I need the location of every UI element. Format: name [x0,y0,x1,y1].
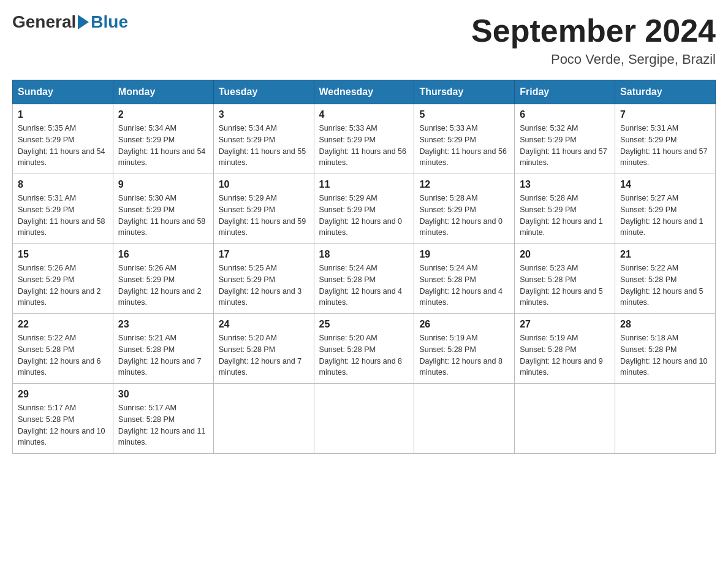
calendar-week-1: 1 Sunrise: 5:35 AMSunset: 5:29 PMDayligh… [13,104,716,174]
day-number: 2 [118,109,208,120]
col-thursday: Thursday [414,80,515,104]
table-row: 26 Sunrise: 5:19 AMSunset: 5:28 PMDaylig… [414,314,515,384]
month-title: September 2024 [471,12,716,49]
table-row: 14 Sunrise: 5:27 AMSunset: 5:29 PMDaylig… [615,174,716,244]
table-row: 25 Sunrise: 5:20 AMSunset: 5:28 PMDaylig… [314,314,414,384]
day-number: 15 [18,249,108,260]
day-number: 4 [319,109,409,120]
day-info: Sunrise: 5:25 AMSunset: 5:29 PMDaylight:… [219,262,309,308]
day-info: Sunrise: 5:28 AMSunset: 5:29 PMDaylight:… [419,193,509,239]
day-number: 16 [118,249,208,260]
day-number: 6 [520,109,610,120]
day-info: Sunrise: 5:22 AMSunset: 5:28 PMDaylight:… [620,262,710,308]
table-row: 30 Sunrise: 5:17 AMSunset: 5:28 PMDaylig… [113,384,213,454]
day-info: Sunrise: 5:17 AMSunset: 5:28 PMDaylight:… [118,402,208,448]
day-info: Sunrise: 5:17 AMSunset: 5:28 PMDaylight:… [18,402,108,448]
table-row: 23 Sunrise: 5:21 AMSunset: 5:28 PMDaylig… [113,314,213,384]
day-number: 18 [319,249,409,260]
day-number: 9 [118,179,208,190]
table-row: 12 Sunrise: 5:28 AMSunset: 5:29 PMDaylig… [414,174,515,244]
table-row: 7 Sunrise: 5:31 AMSunset: 5:29 PMDayligh… [615,104,716,174]
day-number: 3 [219,109,309,120]
table-row: 5 Sunrise: 5:33 AMSunset: 5:29 PMDayligh… [414,104,515,174]
table-row: 3 Sunrise: 5:34 AMSunset: 5:29 PMDayligh… [213,104,314,174]
day-number: 23 [118,319,208,330]
day-number: 8 [18,179,108,190]
day-info: Sunrise: 5:32 AMSunset: 5:29 PMDaylight:… [520,123,610,169]
table-row: 9 Sunrise: 5:30 AMSunset: 5:29 PMDayligh… [113,174,213,244]
table-row: 8 Sunrise: 5:31 AMSunset: 5:29 PMDayligh… [13,174,113,244]
day-info: Sunrise: 5:34 AMSunset: 5:29 PMDaylight:… [118,123,208,169]
day-info: Sunrise: 5:24 AMSunset: 5:28 PMDaylight:… [419,262,509,308]
col-wednesday: Wednesday [314,80,414,104]
day-info: Sunrise: 5:31 AMSunset: 5:29 PMDaylight:… [620,123,710,169]
day-number: 1 [18,109,108,120]
table-row [515,384,615,454]
day-number: 21 [620,249,710,260]
day-info: Sunrise: 5:28 AMSunset: 5:29 PMDaylight:… [520,193,610,239]
table-row [615,384,716,454]
logo: General Blue [12,12,128,32]
day-info: Sunrise: 5:23 AMSunset: 5:28 PMDaylight:… [520,262,610,308]
day-number: 12 [419,179,509,190]
day-info: Sunrise: 5:18 AMSunset: 5:28 PMDaylight:… [620,332,710,378]
table-row [414,384,515,454]
day-info: Sunrise: 5:33 AMSunset: 5:29 PMDaylight:… [319,123,409,169]
col-tuesday: Tuesday [213,80,314,104]
table-row: 15 Sunrise: 5:26 AMSunset: 5:29 PMDaylig… [13,244,113,314]
table-row: 2 Sunrise: 5:34 AMSunset: 5:29 PMDayligh… [113,104,213,174]
day-number: 10 [219,179,309,190]
day-info: Sunrise: 5:33 AMSunset: 5:29 PMDaylight:… [419,123,509,169]
day-number: 28 [620,319,710,330]
table-row: 17 Sunrise: 5:25 AMSunset: 5:29 PMDaylig… [213,244,314,314]
col-monday: Monday [113,80,213,104]
day-number: 19 [419,249,509,260]
table-row: 1 Sunrise: 5:35 AMSunset: 5:29 PMDayligh… [13,104,113,174]
calendar-week-5: 29 Sunrise: 5:17 AMSunset: 5:28 PMDaylig… [13,384,716,454]
table-row: 20 Sunrise: 5:23 AMSunset: 5:28 PMDaylig… [515,244,615,314]
day-info: Sunrise: 5:29 AMSunset: 5:29 PMDaylight:… [219,193,309,239]
table-row [213,384,314,454]
table-row: 11 Sunrise: 5:29 AMSunset: 5:29 PMDaylig… [314,174,414,244]
table-row: 29 Sunrise: 5:17 AMSunset: 5:28 PMDaylig… [13,384,113,454]
calendar-week-2: 8 Sunrise: 5:31 AMSunset: 5:29 PMDayligh… [13,174,716,244]
table-row: 10 Sunrise: 5:29 AMSunset: 5:29 PMDaylig… [213,174,314,244]
day-info: Sunrise: 5:20 AMSunset: 5:28 PMDaylight:… [319,332,409,378]
day-number: 27 [520,319,610,330]
logo-arrow-icon [78,15,89,29]
title-area: September 2024 Poco Verde, Sergipe, Braz… [471,12,716,67]
day-info: Sunrise: 5:21 AMSunset: 5:28 PMDaylight:… [118,332,208,378]
day-info: Sunrise: 5:34 AMSunset: 5:29 PMDaylight:… [219,123,309,169]
col-friday: Friday [515,80,615,104]
day-info: Sunrise: 5:35 AMSunset: 5:29 PMDaylight:… [18,123,108,169]
calendar-table: Sunday Monday Tuesday Wednesday Thursday… [12,80,716,454]
day-info: Sunrise: 5:26 AMSunset: 5:29 PMDaylight:… [18,262,108,308]
day-number: 26 [419,319,509,330]
day-info: Sunrise: 5:19 AMSunset: 5:28 PMDaylight:… [520,332,610,378]
day-info: Sunrise: 5:22 AMSunset: 5:28 PMDaylight:… [18,332,108,378]
table-row: 21 Sunrise: 5:22 AMSunset: 5:28 PMDaylig… [615,244,716,314]
day-number: 30 [118,389,208,400]
table-row: 22 Sunrise: 5:22 AMSunset: 5:28 PMDaylig… [13,314,113,384]
day-number: 7 [620,109,710,120]
day-number: 24 [219,319,309,330]
table-row: 4 Sunrise: 5:33 AMSunset: 5:29 PMDayligh… [314,104,414,174]
col-sunday: Sunday [13,80,113,104]
page-header: General Blue September 2024 Poco Verde, … [12,12,716,67]
calendar-week-3: 15 Sunrise: 5:26 AMSunset: 5:29 PMDaylig… [13,244,716,314]
col-saturday: Saturday [615,80,716,104]
location-text: Poco Verde, Sergipe, Brazil [471,52,716,67]
table-row: 6 Sunrise: 5:32 AMSunset: 5:29 PMDayligh… [515,104,615,174]
table-row: 24 Sunrise: 5:20 AMSunset: 5:28 PMDaylig… [213,314,314,384]
logo-blue-text: Blue [91,12,128,32]
table-row: 19 Sunrise: 5:24 AMSunset: 5:28 PMDaylig… [414,244,515,314]
day-number: 17 [219,249,309,260]
table-row: 28 Sunrise: 5:18 AMSunset: 5:28 PMDaylig… [615,314,716,384]
day-info: Sunrise: 5:31 AMSunset: 5:29 PMDaylight:… [18,193,108,239]
day-info: Sunrise: 5:19 AMSunset: 5:28 PMDaylight:… [419,332,509,378]
logo-general-text: General [12,12,76,32]
table-row [314,384,414,454]
table-row: 27 Sunrise: 5:19 AMSunset: 5:28 PMDaylig… [515,314,615,384]
day-number: 20 [520,249,610,260]
day-number: 11 [319,179,409,190]
